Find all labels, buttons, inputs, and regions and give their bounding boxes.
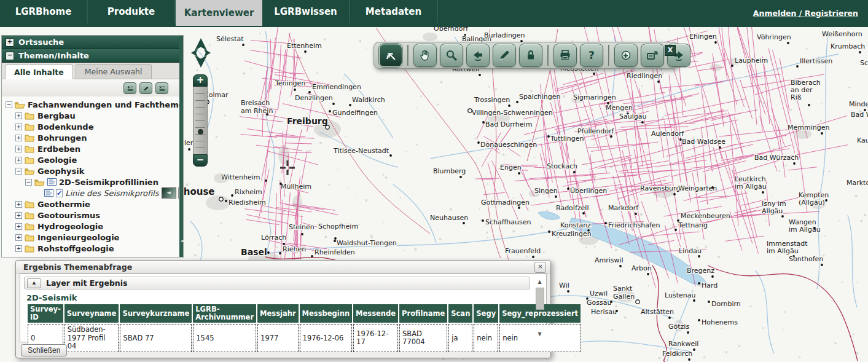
scroll-down-icon[interactable]: ▼ (535, 330, 544, 338)
zoom-tool-button[interactable] (440, 44, 463, 67)
scroll-up-icon[interactable]: ▲ (535, 278, 544, 286)
results-close-icon[interactable]: × (534, 262, 546, 273)
collapse-all-button[interactable] (155, 82, 168, 94)
map-label: Bad Dürrheim (485, 120, 532, 128)
map-label: Schaffhausen (485, 218, 531, 226)
layer-checkbox[interactable]: ✔ (56, 189, 63, 197)
panel-header-themen[interactable]: − Themen/Inhalte (2, 49, 183, 63)
tree-item-bodenkunde[interactable]: +Bodenkunde (6, 121, 179, 132)
identify-tool-button[interactable]: i (379, 44, 402, 67)
column-header[interactable]: Messbeginn (300, 304, 353, 323)
panel-header-ortssuche[interactable]: + Ortssuche (2, 36, 183, 49)
toolbar-close-button[interactable]: X (665, 45, 676, 56)
nav-tab-produkte[interactable]: Produkte (88, 0, 176, 23)
nav-tab-kartenviewer[interactable]: Kartenviewer (176, 0, 262, 26)
collapse-icon[interactable]: − (15, 168, 22, 175)
zoom-out-button[interactable]: − (193, 154, 208, 167)
map-label: ler (184, 139, 194, 147)
expand-icon[interactable]: + (15, 146, 22, 152)
results-footer: Schließen (16, 343, 550, 358)
tree-item-linie-des-seismikprofils[interactable]: ✔Linie des Seismikprofils◄ (6, 187, 179, 199)
map-label: Sigmaringen (573, 93, 616, 101)
column-header[interactable]: Surveyname (65, 304, 119, 323)
map-pan-compass[interactable] (187, 36, 214, 70)
layer-result-section-header[interactable]: ▲ Layer mit Ergebnis (24, 277, 530, 289)
expand-icon[interactable]: + (15, 201, 22, 208)
tree-item-hydrogeologie[interactable]: +Hydrogeologie (6, 221, 179, 232)
column-header[interactable]: LGRB-Archivnummer (193, 304, 256, 323)
scrollbar-thumb[interactable] (536, 288, 544, 310)
map-label: Mengen (606, 104, 633, 112)
login-register-link[interactable]: Anmelden / Registrieren (753, 9, 858, 18)
column-header[interactable]: Profilname (399, 304, 447, 323)
sidebar-collapse-handle[interactable]: ◄ (179, 36, 183, 257)
layers-icon (44, 189, 53, 197)
collapse-icon[interactable]: − (6, 52, 14, 60)
draw-measure-button[interactable] (493, 44, 516, 67)
edit-selection-button[interactable] (139, 82, 152, 94)
collapse-arrow-icon: ◄ (181, 238, 184, 243)
nav-tab-lgrbhome[interactable]: LGRBhome (0, 0, 88, 23)
results-titlebar[interactable]: Ergebnis Themenabfrage × (16, 261, 550, 273)
tree-item-geothermie[interactable]: +Geothermie (6, 199, 179, 210)
zoom-slider-track[interactable] (193, 87, 208, 154)
print-button[interactable] (553, 44, 577, 67)
column-header[interactable]: Segy (474, 304, 498, 323)
expand-all-button[interactable] (123, 82, 136, 94)
tree-item-rohstoffgeologie[interactable]: +Rohstoffgeologie (6, 243, 179, 254)
column-header[interactable]: Surveykurzname (120, 304, 192, 323)
tree-item-geotourismus[interactable]: +Geotourismus (6, 210, 179, 221)
section-collapse-button[interactable]: ▲ (27, 278, 41, 288)
map-label: Stockach (547, 162, 577, 170)
collapse-icon[interactable]: − (6, 101, 12, 108)
map-label: Riehen (283, 245, 306, 253)
export-window-button[interactable] (641, 44, 664, 67)
column-header[interactable]: Scan (448, 304, 472, 323)
session-lock-button[interactable] (519, 44, 542, 67)
nav-tab-lgrbwissen[interactable]: LGRBwissen (262, 0, 350, 23)
expand-icon[interactable]: + (15, 135, 22, 141)
content-tab-meine-auswahl[interactable]: Meine Auswahl (76, 64, 152, 79)
tree-item-ingenieurgeologie[interactable]: +Ingenieurgeologie (6, 232, 179, 243)
column-header[interactable]: Messende (353, 304, 398, 323)
content-tab-alle-inhalte[interactable]: Alle Inhalte (5, 65, 73, 79)
zoom-slider-knob[interactable] (198, 129, 203, 135)
tree-item-bohrungen[interactable]: +Bohrungen (6, 132, 179, 143)
expand-icon[interactable]: + (15, 223, 22, 230)
nav-tab-metadaten[interactable]: Metadaten (350, 0, 438, 23)
zoom-to-layer-button[interactable]: ◄ (162, 187, 176, 199)
help-button[interactable]: ? (580, 44, 603, 67)
expand-icon[interactable]: + (15, 157, 22, 163)
zoom-slider[interactable]: + − (193, 74, 208, 167)
expand-icon[interactable]: + (6, 38, 14, 47)
close-results-button[interactable]: Schließen (21, 344, 67, 356)
previous-extent-button[interactable] (466, 44, 490, 67)
tree-item-geologie[interactable]: +Geologie (6, 154, 179, 165)
pan-tool-button[interactable] (413, 44, 437, 67)
results-scrollbar[interactable]: ▲ ▼ (535, 278, 544, 338)
expand-icon[interactable]: + (15, 234, 22, 241)
expand-icon[interactable]: + (15, 245, 22, 252)
tree-item-fachanwendungen-und-fachthemen[interactable]: −Fachanwendungen und Fachthemen (6, 99, 179, 110)
map-label: Denzlingen (295, 94, 333, 102)
expand-icon[interactable]: + (15, 212, 22, 219)
tree-item-erdbeben[interactable]: +Erdbeben (6, 143, 179, 154)
folder-icon (25, 222, 35, 230)
toolbar-buttons: i? (379, 44, 694, 67)
tree-item-2d-seismikprofillinien[interactable]: −2D-Seismikprofillinien (6, 176, 179, 187)
map-label: im Allgäu (735, 183, 767, 191)
add-overview-button[interactable] (614, 44, 638, 67)
tree-item-bergbau[interactable]: +Bergbau (6, 110, 179, 121)
map-label: Riedisheim (229, 199, 266, 207)
collapse-icon[interactable]: − (25, 179, 32, 186)
expand-icon[interactable]: + (15, 124, 22, 130)
column-header[interactable]: Messjahr (257, 304, 299, 323)
map-label: Freiburg (287, 116, 328, 126)
map-label: Götzis (668, 323, 689, 331)
tree-item-geophysik[interactable]: −Geophysik (6, 165, 179, 176)
expand-icon[interactable]: + (15, 112, 22, 119)
column-header[interactable]: Survey-ID (28, 304, 63, 323)
zoom-in-button[interactable]: + (193, 74, 208, 87)
pencil-small-icon (142, 84, 151, 93)
map-label: Mindelheim (849, 100, 868, 108)
